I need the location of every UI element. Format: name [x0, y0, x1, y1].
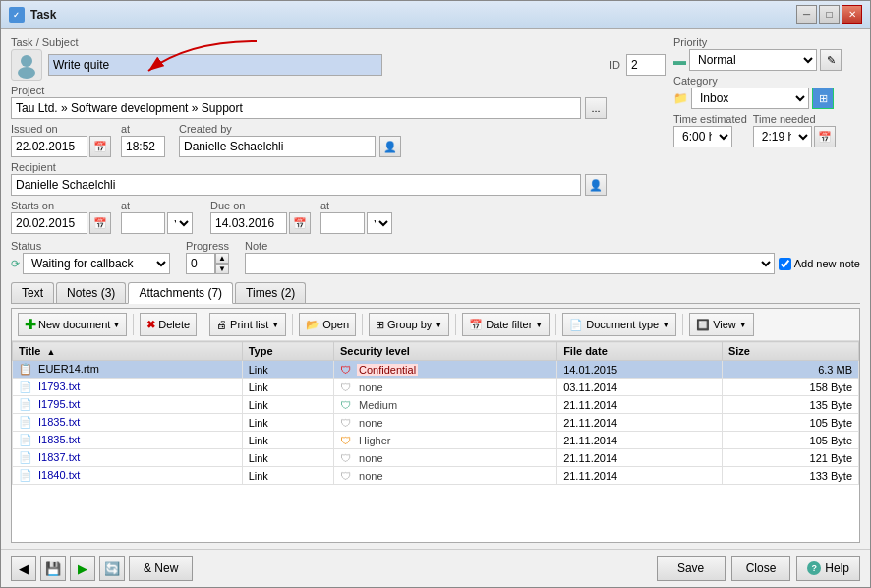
- close-window-button[interactable]: ✕: [842, 5, 862, 24]
- issued-date-input[interactable]: [11, 136, 87, 157]
- created-by-input[interactable]: [179, 136, 376, 157]
- add-new-note-text: Add new note: [794, 258, 860, 269]
- col-title[interactable]: Title ▲: [13, 342, 243, 361]
- recipient-picker[interactable]: 👤: [585, 174, 607, 196]
- starts-time-input[interactable]: [121, 212, 165, 234]
- open-icon: 📂: [306, 319, 319, 331]
- tab-attachments[interactable]: Attachments (7): [128, 282, 233, 304]
- recipient-label: Recipient: [11, 161, 666, 173]
- print-dropdown-icon: ▼: [271, 321, 279, 329]
- project-input[interactable]: [11, 97, 581, 119]
- tab-times[interactable]: Times (2): [235, 282, 306, 303]
- time-needed-select[interactable]: 2:19 h: [753, 126, 812, 147]
- new-document-button[interactable]: ✚ New document ▼: [18, 313, 127, 336]
- cell-size: 158 Byte: [722, 379, 858, 396]
- status-select[interactable]: Waiting for callback Open Closed: [23, 253, 170, 274]
- group-by-button[interactable]: ⊞ Group by ▼: [369, 313, 449, 336]
- table-row[interactable]: 📄 I1835.txt Link 🛡 Higher 21.11.2014 105…: [13, 432, 859, 449]
- priority-edit-button[interactable]: ✎: [820, 49, 842, 71]
- nav-save-disk-button[interactable]: 💾: [40, 556, 66, 581]
- nav-play-button[interactable]: ▶: [70, 556, 95, 581]
- table-row[interactable]: 📄 I1795.txt Link 🛡 Medium 21.11.2014 135…: [13, 396, 859, 414]
- print-list-button[interactable]: 🖨 Print list ▼: [209, 313, 286, 336]
- due-time-dropdown[interactable]: ▼: [367, 212, 392, 234]
- task-id-input[interactable]: [626, 54, 666, 76]
- recipient-input[interactable]: [11, 174, 581, 196]
- open-label: Open: [322, 319, 349, 330]
- table-row[interactable]: 📄 I1835.txt Link 🛡 none 21.11.2014 105 B…: [13, 414, 859, 432]
- table-row[interactable]: 📄 I1837.txt Link 🛡 none 21.11.2014 121 B…: [13, 449, 859, 467]
- document-type-dropdown-icon: ▼: [662, 321, 669, 329]
- project-picker-button[interactable]: ...: [585, 97, 607, 119]
- shield-icon: 🛡: [340, 399, 351, 411]
- time-estimated-select[interactable]: 6:00 h: [673, 126, 732, 147]
- print-list-label: Print list: [230, 319, 268, 330]
- progress-down-button[interactable]: ▼: [215, 264, 229, 274]
- shield-icon: 🛡: [340, 364, 351, 376]
- cell-type: Link: [242, 361, 333, 379]
- time-needed-edit[interactable]: 📅: [814, 126, 836, 147]
- document-type-button[interactable]: 📄 Document type ▼: [562, 313, 676, 336]
- open-button[interactable]: 📂 Open: [299, 313, 356, 336]
- add-new-note-checkbox[interactable]: [779, 258, 791, 270]
- task-subject-input[interactable]: [48, 54, 382, 76]
- task-window: ✓ Task ─ □ ✕ Task / Subject: [0, 0, 871, 588]
- cell-filedate: 14.01.2015: [557, 361, 723, 379]
- due-at-label: at: [320, 200, 392, 211]
- nav-back-button[interactable]: ◀: [11, 556, 36, 581]
- starts-date-picker[interactable]: 📅: [89, 212, 111, 234]
- sort-arrow-title: ▲: [46, 347, 55, 357]
- delete-button[interactable]: ✖ Delete: [140, 313, 197, 336]
- date-filter-button[interactable]: 📅 Date filter ▼: [462, 313, 550, 336]
- cell-title: 📄 I1795.txt: [13, 396, 243, 414]
- priority-label: Priority: [673, 36, 860, 48]
- col-type[interactable]: Type: [242, 342, 333, 361]
- created-by-picker[interactable]: 👤: [379, 136, 401, 157]
- cell-title: 📄 I1840.txt: [13, 467, 243, 485]
- tabs-bar: Text Notes (3) Attachments (7) Times (2): [11, 282, 860, 304]
- view-button[interactable]: 🔲 View ▼: [689, 313, 754, 336]
- group-by-dropdown-icon: ▼: [435, 321, 442, 329]
- due-date-picker[interactable]: 📅: [289, 212, 311, 234]
- col-filedate[interactable]: File date: [557, 342, 723, 361]
- table-row[interactable]: 📋 EUER14.rtm Link 🛡 Confidential 14.01.2…: [13, 361, 859, 379]
- issued-time-input[interactable]: [121, 136, 165, 157]
- due-time-input[interactable]: [320, 212, 365, 234]
- save-new-button[interactable]: & New: [129, 556, 193, 581]
- col-size[interactable]: Size: [722, 342, 858, 361]
- tab-text[interactable]: Text: [11, 282, 54, 303]
- cell-type: Link: [242, 396, 333, 414]
- tab-notes[interactable]: Notes (3): [56, 282, 126, 303]
- table-header-row: Title ▲ Type Security level File date Si…: [13, 342, 859, 361]
- note-select[interactable]: [245, 253, 775, 274]
- cell-type: Link: [242, 449, 333, 467]
- table-row[interactable]: 📄 I1840.txt Link 🛡 none 21.11.2014 133 B…: [13, 467, 859, 485]
- category-select[interactable]: Inbox: [691, 88, 809, 109]
- new-document-label: New document: [38, 319, 110, 330]
- cell-title: 📄 I1837.txt: [13, 449, 243, 467]
- task-subject-group: Task / Subject: [11, 36, 666, 81]
- starts-date-input[interactable]: [11, 212, 87, 234]
- recipient-group: Recipient 👤: [11, 161, 666, 196]
- minimize-button[interactable]: ─: [796, 5, 817, 24]
- progress-input[interactable]: [186, 253, 215, 274]
- status-group: Status ⟳ Waiting for callback Open Close…: [11, 240, 170, 274]
- help-button[interactable]: ? Help: [796, 556, 860, 581]
- save-button[interactable]: Save: [657, 556, 726, 581]
- nav-refresh-button[interactable]: 🔄: [99, 556, 125, 581]
- close-button[interactable]: Close: [731, 556, 791, 581]
- priority-select[interactable]: Normal High Low: [689, 49, 817, 71]
- top-area: Task / Subject: [11, 36, 860, 234]
- starts-time-dropdown[interactable]: ▼: [167, 212, 193, 234]
- col-security[interactable]: Security level: [333, 342, 556, 361]
- due-date-input[interactable]: [210, 212, 287, 234]
- view-dropdown-icon: ▼: [739, 321, 747, 329]
- table-row[interactable]: 📄 I1793.txt Link 🛡 none 03.11.2014 158 B…: [13, 379, 859, 396]
- issued-date-picker[interactable]: 📅: [89, 136, 111, 157]
- toolbar-sep-4: [362, 314, 363, 335]
- cell-type: Link: [242, 379, 333, 396]
- maximize-button[interactable]: □: [819, 5, 840, 24]
- category-edit-button[interactable]: ⊞: [812, 88, 834, 109]
- view-label: View: [713, 319, 736, 330]
- progress-up-button[interactable]: ▲: [215, 253, 229, 264]
